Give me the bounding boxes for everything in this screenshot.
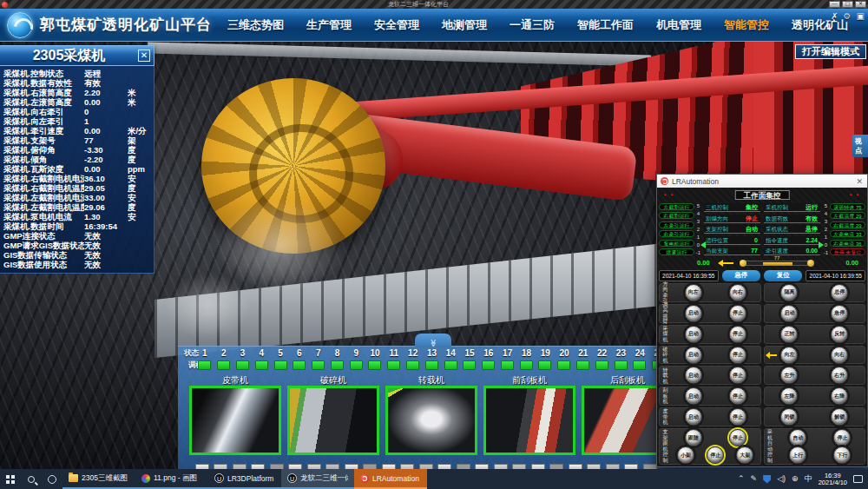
close-icon[interactable]: ✕ [856,177,863,186]
round-button-停止[interactable]: 停止 [729,305,746,322]
support-square[interactable] [274,360,287,370]
restore-icon[interactable]: ▣ [857,11,865,22]
nav-item-2[interactable]: 安全管理 [374,17,419,33]
round-button-启动[interactable]: 启动 [685,408,702,426]
security-shield-icon[interactable] [763,475,771,484]
taskbar-app-1[interactable]: 11.png - 画图 [135,469,208,489]
support-square[interactable] [633,360,646,370]
reset-button[interactable]: 复位 [764,270,802,281]
round-button-启动[interactable]: 启动 [685,387,702,405]
round-button-启动[interactable]: 启动 [685,347,702,364]
taskbar-app-3[interactable]: U龙软二三维一体化... [281,469,354,489]
maximize-button[interactable]: ▢ [842,1,853,8]
workface-control-tab[interactable]: 工作面集控 [735,190,790,200]
support-square[interactable] [387,360,400,370]
support-square[interactable] [312,360,325,370]
support-square[interactable] [482,360,495,370]
nav-item-0[interactable]: 三维态势图 [227,17,284,33]
action-center-icon[interactable] [853,475,863,483]
status-pill[interactable]: 左牵电流 33 [830,230,865,237]
support-square[interactable] [368,360,381,370]
slider-handle[interactable] [763,262,792,266]
round-button-启动[interactable]: 启动 [780,305,798,322]
round-button-下行[interactable]: 下行 [833,446,851,464]
close-icon[interactable]: ✕ [138,50,150,62]
pen-icon[interactable]: ✎ [751,469,758,489]
status-pill[interactable]: 右牵引运行 [659,230,694,237]
support-square[interactable] [350,360,363,370]
minimize-button[interactable]: — [829,1,840,8]
status-pill[interactable]: 左牵引运行 [659,221,694,228]
support-square[interactable] [255,360,268,370]
round-button-反转[interactable]: 反转 [831,326,848,343]
round-button-停止[interactable]: 停止 [729,429,746,446]
nav-item-7[interactable]: 智能管控 [724,17,769,33]
support-square[interactable] [444,360,457,370]
clock[interactable]: 16:39 2021/4/10 [819,472,847,486]
camera-thumbnail[interactable] [385,386,477,455]
support-square[interactable] [615,360,628,370]
support-square[interactable] [538,360,551,370]
nav-item-5[interactable]: 智能工作面 [577,17,634,33]
support-square[interactable] [236,360,249,370]
round-button-右升[interactable]: 右升 [831,367,848,384]
viewpoint-tab[interactable]: 视点 [852,135,868,157]
status-pill[interactable]: 左截割运行 [659,203,694,210]
support-square[interactable] [293,360,306,370]
support-square[interactable] [576,360,589,370]
estop-button[interactable]: 急停 [722,270,760,281]
round-button-总停[interactable]: 总停 [831,284,848,301]
status-pill[interactable]: 喷雾运行 [659,248,694,255]
round-button-启动[interactable]: 启动 [685,367,702,384]
gear-icon[interactable]: ⚙ [844,11,852,22]
status-pill[interactable]: 右截温度 29 [830,221,865,228]
round-button-左降[interactable]: 左降 [780,387,798,405]
nav-item-4[interactable]: 一通三防 [510,17,555,33]
status-pill[interactable]: 右牵电流 36 [830,240,865,247]
status-pill[interactable]: 右截割运行 [659,212,694,219]
network-globe-icon[interactable]: ⊕ [792,469,799,489]
support-square[interactable] [217,360,230,370]
round-button-闭锁[interactable]: 闭锁 [780,408,798,426]
support-square[interactable] [595,360,608,370]
round-button-启动[interactable]: 启动 [685,305,702,322]
round-button-正转[interactable]: 正转 [780,326,798,343]
round-button-解锁[interactable]: 解锁 [831,408,848,426]
ime-indicator[interactable]: 中 [805,469,812,489]
nav-item-6[interactable]: 机电管理 [656,17,701,33]
round-button-向右[interactable]: 向右 [729,284,746,301]
search-button[interactable] [21,469,42,489]
collapse-strip-button[interactable]: ≪ [415,334,451,347]
round-button-启动[interactable]: 启动 [685,326,702,343]
round-button-停止[interactable]: 停止 [707,446,724,464]
round-button-上行[interactable]: 上行 [789,446,806,464]
camera-thumbnail[interactable] [189,386,281,455]
round-button-停止[interactable]: 停止 [729,347,746,364]
support-square[interactable] [557,360,570,370]
round-button-向左[interactable]: 向左 [780,347,798,364]
support-square[interactable] [463,360,476,370]
nav-item-1[interactable]: 生产管理 [306,17,352,33]
close-button[interactable]: ✕ [855,1,866,8]
round-button-左升[interactable]: 左升 [780,367,798,384]
round-button-停止[interactable]: 停止 [729,387,746,405]
support-square[interactable] [425,360,438,370]
taskbar-app-0[interactable]: 2305三维截图 [62,469,135,489]
open-edit-mode-button[interactable]: 打开编辑模式 [795,44,866,59]
round-button-向左[interactable]: 向左 [685,284,702,301]
slider-track[interactable]: 77 [741,261,812,266]
volume-icon[interactable]: ◁) [777,469,786,489]
support-square[interactable] [198,360,211,370]
support-square[interactable] [501,360,514,370]
support-square[interactable] [331,360,344,370]
status-pill[interactable]: 泵电机运行 [659,240,694,247]
round-button-小架[interactable]: 小架 [677,446,694,464]
round-button-跟随[interactable]: 跟随 [685,429,702,446]
status-pill[interactable]: 急停 未复位 [830,248,865,255]
cortana-button[interactable] [42,469,62,489]
round-button-停止[interactable]: 停止 [729,326,746,343]
tool-icon[interactable]: ✗ [831,11,838,22]
round-button-向右[interactable]: 向右 [831,347,848,364]
round-button-自动[interactable]: 自动 [789,429,806,446]
round-button-右降[interactable]: 右降 [831,387,848,405]
